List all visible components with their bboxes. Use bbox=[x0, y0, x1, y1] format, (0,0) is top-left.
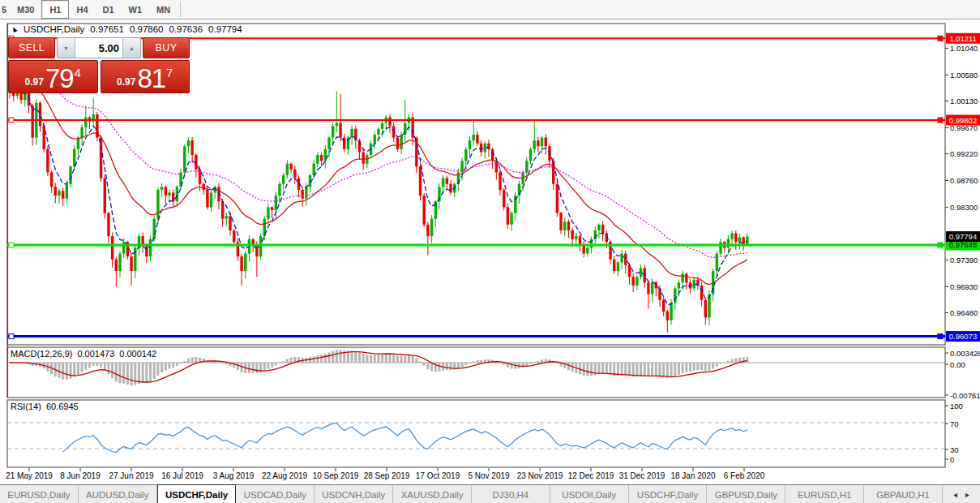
ohlc-open: 0.97651 bbox=[90, 24, 124, 34]
chart-tab-8-usdchfdaily[interactable]: USDCHF,Daily bbox=[629, 485, 708, 503]
chart-tab-7-usdoildaily[interactable]: USDOil,Daily bbox=[550, 485, 629, 503]
chart-tab-3-usdcaddaily[interactable]: USDCAD,Daily bbox=[236, 485, 315, 503]
toolbar-separator bbox=[180, 2, 181, 17]
hline-price-label: 0.97648 bbox=[949, 240, 977, 249]
volume-box: ▼ ▲ bbox=[57, 37, 141, 58]
timeframe-button-w1[interactable]: W1 bbox=[122, 0, 150, 19]
price-axis-label: 0.98760 bbox=[950, 176, 978, 185]
sell-button[interactable]: SELL bbox=[8, 37, 55, 58]
ohlc-low: 0.97636 bbox=[169, 24, 203, 34]
date-axis-label: 17 Oct 2019 bbox=[416, 471, 460, 480]
timeframe-button-h4[interactable]: H4 bbox=[69, 0, 95, 19]
macd-axis-label: 0.00 bbox=[950, 360, 965, 369]
macd-axis-label: -0.007615 bbox=[950, 391, 980, 400]
date-axis-label: 12 Dec 2019 bbox=[568, 471, 614, 480]
date-axis-label: 6 Feb 2020 bbox=[724, 471, 765, 480]
price-axis-label: 0.96930 bbox=[950, 282, 978, 291]
volume-decrease-button[interactable]: ▼ bbox=[58, 38, 75, 58]
last-price-label: 0.97794 bbox=[949, 232, 977, 241]
chart-tab-6-dj30h4[interactable]: DJ30,H4 bbox=[472, 485, 550, 503]
cursor-arrow-icon: ▲ bbox=[9, 24, 19, 35]
date-axis-label: 18 Jan 2020 bbox=[670, 471, 715, 480]
date-axis-label: 23 Nov 2019 bbox=[517, 471, 563, 480]
date-axis-label: 21 May 2019 bbox=[6, 471, 53, 480]
macd-main-value: 0.001473 bbox=[77, 349, 114, 359]
tab-scroll-right-icon[interactable]: ▸ bbox=[965, 490, 969, 499]
hline-right-handle[interactable] bbox=[938, 118, 943, 123]
rsi-axis-label: 30 bbox=[950, 445, 959, 454]
price-axis-label: 0.96480 bbox=[950, 308, 978, 317]
buy-price-pip: 7 bbox=[166, 66, 173, 80]
rsi-axis-label: 100 bbox=[950, 402, 963, 411]
rsi-axis-label: 0 bbox=[950, 455, 954, 464]
price-axis-label: 0.97390 bbox=[950, 256, 978, 264]
chart-tabbar: EURUSD,DailyAUDUSD,DailyUSDCHF,DailyUSDC… bbox=[0, 484, 980, 503]
chart-tab-1-audusddaily[interactable]: AUDUSD,Daily bbox=[79, 485, 157, 503]
date-axis-label: 27 Jun 2019 bbox=[109, 471, 153, 480]
date-axis-label: 3 Aug 2019 bbox=[213, 471, 255, 480]
macd-name: MACD(12,26,9) bbox=[11, 349, 72, 359]
buy-price-main: 81 bbox=[137, 67, 165, 91]
hline-left-handle[interactable] bbox=[9, 334, 14, 339]
price-axis-label: 1.00130 bbox=[950, 97, 978, 105]
sell-price-pip: 4 bbox=[75, 66, 81, 80]
chart-tab-11-gbpaudh1[interactable]: GBPAUD,H1 bbox=[864, 485, 943, 503]
price-axis-label: 0.98300 bbox=[950, 203, 978, 212]
sell-price-prefix: 0.97 bbox=[25, 76, 44, 88]
chart-tab-0-eurusddaily[interactable]: EURUSD,Daily bbox=[0, 485, 79, 503]
chart-tab-5-xauusddaily[interactable]: XAUUSD,Daily bbox=[393, 485, 472, 503]
macd-signal-value: 0.000142 bbox=[119, 349, 156, 359]
date-axis-label: 16 Jul 2019 bbox=[161, 471, 203, 480]
date-axis-label: 5 Nov 2019 bbox=[468, 471, 510, 480]
macd-indicator-label: MACD(12,26,9) 0.001473 0.000142 bbox=[11, 349, 156, 359]
price-axis-label: 0.99670 bbox=[950, 123, 978, 132]
buy-button[interactable]: BUY bbox=[143, 37, 190, 58]
rsi-value: 60.6945 bbox=[46, 402, 79, 411]
date-axis-label: 8 Jun 2019 bbox=[60, 471, 101, 480]
chart-tab-2-usdchfdaily[interactable]: USDCHF,Daily bbox=[157, 484, 237, 503]
timeframe-button-m30[interactable]: M30 bbox=[10, 0, 41, 19]
one-click-trading-panel: SELL ▼ ▲ BUY 0.97 79 4 0.97 81 7 bbox=[8, 37, 190, 93]
ohlc-high: 0.97860 bbox=[130, 24, 164, 34]
volume-input[interactable] bbox=[75, 38, 122, 58]
volume-increase-button[interactable]: ▲ bbox=[122, 38, 140, 58]
timeframe-button-d1[interactable]: D1 bbox=[96, 0, 122, 19]
chart-symbol-period: USDCHF,Daily bbox=[24, 24, 84, 34]
chart-tab-9-gbpusddaily[interactable]: GBPUSD,Daily bbox=[707, 485, 785, 503]
rsi-name: RSI(14) bbox=[11, 402, 41, 411]
hline-right-handle[interactable] bbox=[938, 243, 943, 247]
macd-axis-label: 0.003428 bbox=[950, 349, 980, 358]
hline-right-handle[interactable] bbox=[938, 334, 943, 339]
chart-title: ▲ USDCHF,Daily 0.97651 0.97860 0.97636 0… bbox=[11, 24, 242, 34]
timeframe-toolbar: 5M30H1H4D1W1MN bbox=[0, 0, 980, 19]
sell-price-tile[interactable]: 0.97 79 4 bbox=[8, 60, 98, 93]
timeframe-button-h1[interactable]: H1 bbox=[41, 0, 69, 19]
buy-price-tile[interactable]: 0.97 81 7 bbox=[101, 60, 190, 93]
rsi-axis-label: 70 bbox=[950, 419, 959, 428]
mt4-window: 5M30H1H4D1W1MN 1.012110.998020.976480.96… bbox=[0, 0, 980, 503]
hline-right-handle[interactable] bbox=[938, 36, 943, 41]
hline-price-label: 0.96073 bbox=[949, 332, 977, 341]
price-axis-label: 1.01040 bbox=[950, 44, 978, 53]
sell-price-main: 79 bbox=[45, 67, 74, 91]
timeframe-button-mn[interactable]: MN bbox=[149, 0, 178, 19]
price-axis-label: 1.00580 bbox=[950, 71, 978, 80]
tab-scroll-left-icon[interactable]: ◂ bbox=[953, 490, 957, 499]
date-axis-label: 31 Dec 2019 bbox=[619, 471, 665, 480]
hline-left-handle[interactable] bbox=[9, 243, 14, 247]
hline-left-handle[interactable] bbox=[9, 118, 14, 123]
rsi-indicator-label: RSI(14) 60.6945 bbox=[11, 402, 79, 411]
ohlc-close: 0.97794 bbox=[208, 24, 242, 34]
hline-price-label: 1.01211 bbox=[949, 34, 977, 43]
date-axis-label: 28 Sep 2019 bbox=[364, 471, 410, 480]
timeframe-button-5[interactable]: 5 bbox=[0, 0, 10, 19]
price-axis-label: 0.99220 bbox=[950, 149, 978, 158]
chart-tab-4-usdcnhdaily[interactable]: USDCNH,Daily bbox=[315, 485, 393, 503]
date-axis-label: 10 Sep 2019 bbox=[313, 471, 359, 480]
chart-tab-10-eurusdh1[interactable]: EURUSD,H1 bbox=[785, 485, 864, 503]
date-axis-label: 22 Aug 2019 bbox=[262, 471, 308, 480]
buy-price-prefix: 0.97 bbox=[117, 76, 135, 88]
tab-scroll-arrows: ◂▸ bbox=[943, 485, 980, 503]
